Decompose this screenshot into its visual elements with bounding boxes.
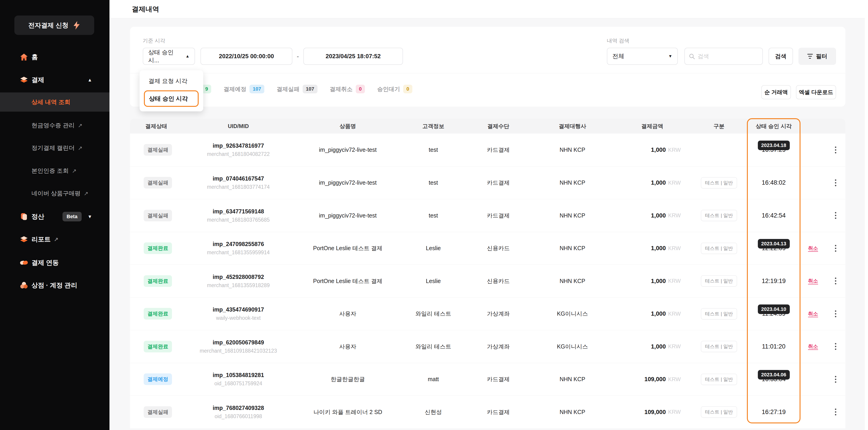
page-title: 결제내역 — [132, 0, 159, 18]
cancel-link[interactable]: 취소 — [808, 310, 818, 317]
product-name: 나이키 와플 트레이너 2 SD — [294, 408, 401, 416]
pg-provider: NHN KCP — [531, 278, 614, 284]
currency-label: KRW — [668, 212, 681, 219]
search-button[interactable]: 검색 — [769, 48, 793, 65]
kebab-menu-icon[interactable] — [833, 276, 838, 286]
status-tab[interactable]: 9 — [202, 85, 211, 93]
payment-method: 카드결제 — [465, 179, 531, 187]
product-name: im_piggyciv72-live-test — [294, 212, 401, 219]
status-badge: 결제실패 — [144, 406, 172, 418]
kebab-menu-icon[interactable] — [833, 145, 838, 155]
kebab-menu-icon[interactable] — [833, 243, 838, 254]
col-header-customer: 고객정보 — [401, 122, 465, 130]
table-row[interactable]: 결제실패 imp_926347816977 merchant_168180408… — [130, 134, 845, 166]
sidebar-item-identity-verification[interactable]: 본인인증 조회↗ — [0, 164, 110, 178]
date-from-input[interactable]: 2022/10/25 00:00:00 — [200, 48, 292, 65]
table-row[interactable]: 결제완료 imp_620050679849 merchant_168109188… — [130, 330, 845, 363]
table-row[interactable]: 결제완료 imp_247098255876 merchant_168135595… — [130, 232, 845, 265]
table-body: 결제실패 imp_926347816977 merchant_168180408… — [130, 134, 845, 428]
payment-uid: imp_435474690917 — [213, 306, 264, 313]
sidebar-item-cash-receipt[interactable]: 현금영수증 관리↗ — [0, 118, 110, 132]
payment-method: 카드결제 — [465, 212, 531, 219]
sidebar-item-label: 상점 · 계정 관리 — [31, 281, 77, 290]
currency-label: KRW — [668, 311, 681, 317]
payment-method: 가상계좌 — [465, 343, 531, 350]
cancel-link[interactable]: 취소 — [808, 278, 818, 284]
type-badge: 테스트 | 일반 — [701, 242, 737, 254]
status-tab[interactable]: 결제취소0 — [330, 85, 365, 93]
status-tab[interactable]: 승인대기0 — [377, 85, 412, 93]
approval-time: 12:19:19 — [762, 278, 786, 285]
kebab-menu-icon[interactable] — [833, 210, 838, 221]
table-row[interactable]: 결제실패 imp_634771569148 merchant_168180376… — [130, 199, 845, 232]
kebab-menu-icon[interactable] — [833, 374, 838, 384]
cancel-link[interactable]: 취소 — [808, 245, 818, 252]
table-row[interactable]: 결제예정 imp_105384819281 oid_1680751759924 … — [130, 363, 845, 396]
pg-provider: NHN KCP — [531, 376, 614, 382]
col-header-method: 결제수단 — [465, 122, 531, 130]
store-account-icon — [20, 281, 28, 289]
sidebar-item-recurring-calendar[interactable]: 정기결제 캘린더↗ — [0, 141, 110, 155]
excel-download-button[interactable]: 엑셀 다운로드 — [796, 85, 836, 99]
kebab-menu-icon[interactable] — [833, 178, 838, 188]
kebab-menu-icon[interactable] — [833, 407, 838, 417]
tab-label: 결제실패 — [277, 85, 300, 93]
external-link-icon: ↗ — [54, 236, 58, 242]
dropdown-option-request-time[interactable]: 결제 요청 시각 — [149, 77, 187, 85]
status-badge: 결제예정 — [144, 373, 172, 385]
e-payment-apply-button[interactable]: 전자결제 신청 — [14, 16, 94, 35]
search-input[interactable]: 검색 — [684, 48, 763, 65]
amount-value: 1,000 — [651, 146, 666, 153]
search-category-select[interactable]: 전체 ▼ — [607, 48, 678, 65]
sidebar-item-naver-review[interactable]: 네이버 상품구매평↗ — [0, 187, 110, 200]
sidebar-item-integration[interactable]: 결제 연동 — [0, 251, 110, 274]
type-badge: 테스트 | 일반 — [701, 177, 737, 189]
sidebar-item-settlement[interactable]: 정산 Beta ▼ — [0, 205, 110, 228]
col-header-approval-time: 상태 승인 시각 — [747, 122, 801, 130]
table-row[interactable]: 결제실패 imp_074046167547 merchant_168180377… — [130, 166, 845, 199]
tab-label: 결제예정 — [223, 85, 246, 93]
customer-info: Leslie — [401, 278, 465, 284]
kebab-menu-icon[interactable] — [833, 309, 838, 319]
currency-label: KRW — [668, 180, 681, 186]
payment-uid: imp_452928008792 — [213, 274, 264, 280]
status-tab[interactable]: 결제실패107 — [277, 85, 317, 93]
filter-button[interactable]: 필터 — [799, 48, 836, 65]
beta-badge: Beta — [62, 212, 82, 221]
chevron-up-icon[interactable]: ▲ — [88, 77, 92, 83]
scrollbar[interactable] — [865, 0, 868, 430]
table-row[interactable]: 결제완료 imp_435474690917 waily-webhook-text… — [130, 297, 845, 330]
sidebar-item-report[interactable]: 리포트↗ — [0, 228, 110, 251]
tab-label: 결제취소 — [330, 85, 352, 93]
sidebar-item-store-account[interactable]: 상점 · 계정 관리 — [0, 274, 110, 297]
net-amount-button[interactable]: 순 거래액 — [761, 85, 791, 99]
sidebar-item-detail-history[interactable]: 상세 내역 조회 — [0, 92, 110, 112]
cancel-link[interactable]: 취소 — [808, 343, 818, 350]
kebab-menu-icon[interactable] — [833, 341, 838, 352]
amount-value: 1,000 — [651, 212, 666, 219]
dropdown-option-approval-time[interactable]: 상태 승인 시각 — [144, 90, 199, 107]
table-row[interactable]: 결제완료 imp_452928008792 merchant_168135591… — [130, 264, 845, 297]
date-range-separator: - — [292, 48, 303, 65]
chevron-down-icon[interactable]: ▼ — [88, 214, 92, 219]
filter-card: 기준 시각 상태 승인 시... ▲ 2022/10/25 00:00:00 -… — [130, 27, 845, 107]
approval-time: 11:01:20 — [762, 343, 785, 350]
payment-uid: imp_768027409328 — [213, 405, 264, 411]
product-name: PortOne Leslie 테스트 결제 — [294, 277, 401, 285]
table-row[interactable]: 결제실패 imp_768027409328 oid_1680766011998 … — [130, 396, 845, 428]
payment-uid: imp_247098255876 — [213, 241, 264, 248]
customer-info: test — [401, 212, 465, 219]
customer-info: test — [401, 179, 465, 186]
integration-icon — [20, 259, 28, 267]
approval-time: 16:48:02 — [762, 179, 786, 186]
approval-time: 16:42:54 — [762, 212, 786, 219]
payment-uid: imp_634771569148 — [213, 208, 264, 215]
status-tab[interactable]: 결제예정107 — [223, 85, 264, 93]
sidebar-item-payments[interactable]: 결제 ▲ — [0, 68, 110, 91]
customer-info: 신현성 — [401, 408, 465, 416]
date-to-input[interactable]: 2023/04/25 18:07:52 — [303, 48, 403, 65]
pg-provider: NHN KCP — [531, 212, 614, 219]
sidebar-item-home[interactable]: 홈 — [0, 46, 110, 68]
time-type-select[interactable]: 상태 승인 시... ▲ — [143, 48, 195, 65]
date-badge: 2023.04.10 — [757, 305, 789, 314]
